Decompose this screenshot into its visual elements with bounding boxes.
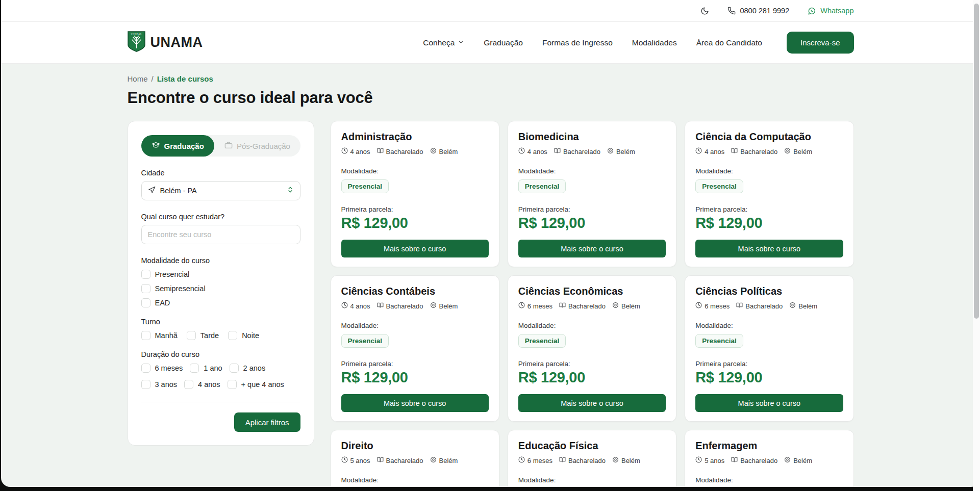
tab-label: Graduação	[164, 142, 204, 150]
checkbox-4-anos[interactable]: 4 anos	[184, 380, 220, 389]
dark-mode-toggle[interactable]	[700, 7, 709, 15]
brand-logo[interactable]: VERITAS UNAMA	[128, 31, 203, 54]
course-name: Biomedicina	[518, 131, 666, 143]
map-pin-icon	[784, 456, 791, 464]
checkbox-6-meses[interactable]: 6 meses	[141, 364, 183, 373]
modality-caption: Modalidade:	[695, 476, 843, 484]
checkbox-box[interactable]	[141, 284, 150, 293]
checkbox-semipresencial[interactable]: Semipresencial	[141, 284, 300, 293]
more-about-course-button[interactable]: Mais sobre o curso	[341, 394, 489, 412]
page-scrollbar[interactable]	[973, 0, 980, 491]
checkbox-label: 1 ano	[204, 364, 222, 372]
checkbox-3-anos[interactable]: 3 anos	[141, 380, 178, 389]
installment-caption: Primeira parcela:	[695, 360, 843, 368]
checkbox-label: 3 anos	[155, 380, 178, 389]
nav-item-label: Formas de Ingresso	[542, 38, 613, 47]
more-about-course-button[interactable]: Mais sobre o curso	[518, 240, 666, 257]
modality-badge: Presencial	[518, 334, 566, 348]
checkbox-box[interactable]	[187, 331, 196, 340]
city-select[interactable]: Belém - PA	[141, 181, 300, 200]
inscreva-se-button[interactable]: Inscreva-se	[787, 32, 854, 54]
course-card: Ciências Contábeis 4 anos Bacharelado Be…	[331, 275, 499, 422]
checkbox-1-ano[interactable]: 1 ano	[190, 364, 222, 373]
installment-caption: Primeira parcela:	[695, 205, 843, 213]
more-about-course-button[interactable]: Mais sobre o curso	[518, 394, 666, 412]
course-city-text: Belém	[798, 302, 817, 310]
checkbox-ead[interactable]: EAD	[141, 298, 300, 307]
course-city: Belém	[607, 147, 635, 156]
checkbox-box[interactable]	[228, 380, 237, 389]
checkbox-box[interactable]	[141, 331, 150, 340]
course-degree-text: Bacharelado	[386, 457, 423, 464]
nav-item-formas-de-ingresso[interactable]: Formas de Ingresso	[542, 38, 613, 47]
course-duration: 4 anos	[695, 147, 724, 156]
book-icon	[554, 147, 561, 156]
checkbox-2-anos[interactable]: 2 anos	[230, 364, 266, 373]
course-duration: 5 anos	[341, 456, 370, 464]
nav-item-modalidades[interactable]: Modalidades	[632, 38, 677, 47]
checkbox-box[interactable]	[230, 364, 239, 373]
course-card: Direito 5 anos Bacharelado Belém	[331, 430, 499, 487]
apply-filters-button[interactable]: Aplicar filtros	[234, 412, 300, 432]
tab-graduacao[interactable]: Graduação	[141, 135, 214, 157]
checkbox-box[interactable]	[190, 364, 199, 373]
checkbox-box[interactable]	[141, 270, 150, 279]
course-duration-text: 6 meses	[527, 457, 552, 464]
course-city-text: Belém	[439, 302, 458, 310]
main-header: VERITAS UNAMA	[1, 22, 980, 64]
modality-caption: Modalidade:	[518, 167, 666, 175]
checkbox-box[interactable]	[141, 298, 150, 307]
scrollbar-thumb[interactable]	[974, 4, 979, 319]
checkbox-label: + que 4 anos	[241, 380, 284, 389]
checkbox-tarde[interactable]: Tarde	[187, 331, 219, 340]
course-duration: 5 anos	[695, 456, 724, 464]
course-city: Belém	[612, 302, 640, 310]
whatsapp-link[interactable]: Whatsapp	[808, 7, 853, 15]
book-icon	[731, 147, 738, 156]
course-card: Ciências Políticas 6 meses Bacharelado B…	[685, 275, 853, 422]
modality-badge: Presencial	[341, 334, 389, 348]
course-meta: 6 meses Bacharelado Belém	[518, 302, 666, 310]
clock-icon	[695, 456, 702, 464]
checkbox-box[interactable]	[228, 331, 237, 340]
tab-pos-graduacao[interactable]: Pós-Graduação	[214, 136, 300, 157]
course-duration: 6 meses	[518, 302, 552, 310]
filter-panel: Graduação Pós-Graduação Cidade	[128, 121, 314, 446]
clock-icon	[341, 302, 348, 310]
course-duration-text: 4 anos	[350, 302, 370, 310]
nav-item-area-do-candidato[interactable]: Área do Candidato	[696, 38, 762, 47]
nav-item-conheca[interactable]: Conheça	[423, 38, 464, 47]
chevrons-up-down-icon	[287, 186, 294, 195]
more-about-course-button[interactable]: Mais sobre o curso	[341, 240, 489, 257]
chevron-down-icon	[458, 38, 464, 47]
checkbox-label: 4 anos	[198, 380, 220, 389]
modality-caption: Modalidade:	[518, 476, 666, 484]
course-search-input[interactable]	[141, 225, 300, 244]
checkbox-box[interactable]	[141, 380, 150, 389]
course-city-text: Belém	[793, 457, 812, 464]
checkbox-mais-que-4-anos[interactable]: + que 4 anos	[228, 380, 284, 389]
checkbox-box[interactable]	[184, 380, 193, 389]
course-duration-text: 4 anos	[350, 148, 370, 156]
checkbox-presencial[interactable]: Presencial	[141, 270, 300, 279]
course-duration: 4 anos	[518, 147, 547, 156]
breadcrumb-current: Lista de cursos	[157, 74, 213, 83]
course-city-text: Belém	[439, 148, 458, 156]
checkbox-noite[interactable]: Noite	[228, 331, 259, 340]
more-about-course-button[interactable]: Mais sobre o curso	[695, 240, 843, 257]
checkbox-manha[interactable]: Manhã	[141, 331, 178, 340]
course-city: Belém	[430, 147, 458, 156]
installment-caption: Primeira parcela:	[341, 360, 489, 368]
course-city: Belém	[430, 302, 458, 310]
nav-item-graduacao[interactable]: Graduação	[484, 38, 523, 47]
more-about-course-button[interactable]: Mais sobre o curso	[695, 394, 843, 412]
level-tabs: Graduação Pós-Graduação	[141, 135, 300, 157]
checkbox-label: Manhã	[155, 331, 178, 340]
course-degree-text: Bacharelado	[386, 148, 423, 156]
phone-contact[interactable]: 0800 281 9992	[727, 7, 789, 15]
course-duration: 6 meses	[518, 456, 552, 464]
course-duration-text: 6 meses	[705, 302, 730, 310]
course-card: Ciências Econômicas 6 meses Bacharelado …	[508, 275, 676, 422]
breadcrumb-home-link[interactable]: Home	[128, 74, 148, 83]
checkbox-box[interactable]	[141, 364, 150, 373]
